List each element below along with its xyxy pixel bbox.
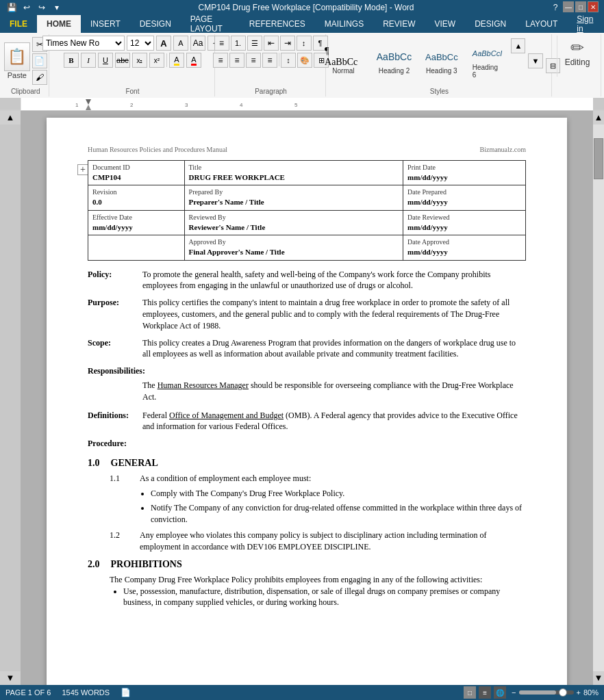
zoom-level: 80% [583, 688, 599, 697]
section-1-1-row: 1.1 As a condition of employment each em… [110, 473, 526, 484]
subscript-button[interactable]: x₂ [132, 53, 147, 68]
main-area: ▲ ▼ Human Resources Policies and Procedu… [0, 111, 604, 685]
superscript-button[interactable]: x² [149, 53, 164, 68]
effective-date-label: Effective Date [92, 213, 180, 222]
zoom-out-button[interactable]: − [512, 688, 516, 697]
multilevel-button[interactable]: ☰ [247, 36, 262, 51]
tab-mailings[interactable]: MAILINGS [315, 15, 373, 33]
read-mode-button[interactable]: ≡ [479, 686, 491, 699]
scroll-right-down-button[interactable]: ▼ [593, 671, 604, 685]
paste-button[interactable]: 📋 Paste [4, 42, 30, 79]
tab-file[interactable]: FILE [0, 15, 37, 33]
scroll-down-button[interactable]: ▼ [0, 671, 21, 685]
svg-text:4: 4 [240, 102, 243, 108]
styles-scroll-down[interactable]: ▼ [528, 53, 542, 68]
date-reviewed-label: Date Reviewed [407, 213, 521, 222]
web-layout-button[interactable]: 🌐 [494, 686, 506, 699]
line-spacing-button[interactable]: ↕ [281, 53, 296, 68]
clear-format-button[interactable]: Aa [190, 36, 205, 51]
scrollbar-thumb[interactable] [594, 138, 603, 179]
minimize-button[interactable]: — [563, 1, 574, 12]
ruler: 1 2 3 4 5 [0, 98, 604, 110]
undo-icon[interactable]: ↩ [21, 1, 33, 14]
decrease-font-button[interactable]: A [173, 36, 188, 51]
date-prepared-cell: Date Prepared mm/dd/yyyy [403, 185, 526, 210]
tab-insert[interactable]: INSERT [81, 15, 130, 33]
help-icon[interactable]: ? [549, 1, 562, 14]
bullets-button[interactable]: ≡ [214, 36, 229, 51]
style-heading2[interactable]: AaBbCc Heading 2 [371, 44, 417, 77]
purpose-label: Purpose: [88, 297, 142, 331]
style-heading3[interactable]: AaBbCc Heading 3 [420, 44, 464, 77]
font-color-button[interactable]: A [186, 53, 201, 68]
scrollbar-track[interactable] [593, 125, 604, 671]
scroll-right[interactable]: ▲ ▼ [593, 111, 604, 685]
policy-section: Policy: To promote the general health, s… [88, 269, 526, 292]
style-normal[interactable]: ¶ AaBbCc Normal [318, 44, 368, 77]
divider1 [166, 53, 167, 67]
scope-content: This policy creates a Drug Awareness Pro… [142, 337, 526, 361]
svg-text:2: 2 [130, 102, 134, 108]
paste-icon: 📋 [4, 42, 30, 71]
content-area[interactable]: Human Resources Policies and Procedures … [21, 111, 593, 685]
font-name-select[interactable]: Times New Ro [42, 36, 125, 51]
section-1-1-text: As a condition of employment each employ… [140, 473, 526, 484]
section-1-1: 1.1 As a condition of employment each em… [110, 473, 526, 526]
sign-in-link[interactable]: Sign in [567, 15, 604, 33]
revision-label: Revision [92, 187, 180, 197]
hr-manager-link: Human Resources Manager [158, 380, 249, 390]
section-1-2-row: 1.2 Any employee who violates this compa… [110, 530, 526, 553]
zoom-in-button[interactable]: + [577, 688, 581, 697]
style-heading6[interactable]: AaBbCcI Heading 6 [466, 40, 509, 81]
ribbon-content: 📋 Paste ✂ 📄 🖌 Clipboard Times New Ro [0, 33, 604, 98]
highlight-button[interactable]: A [169, 53, 184, 68]
reviewed-by-cell: Reviewed By Reviewer's Name / Title [184, 210, 403, 235]
zoom-thumb[interactable] [559, 688, 567, 697]
table-add-button[interactable]: + [77, 164, 88, 175]
font-row2: B I U abc x₂ x² A A [64, 53, 201, 68]
redo-icon[interactable]: ↪ [36, 1, 48, 14]
save-icon[interactable]: 💾 [5, 1, 18, 14]
scroll-right-up-button[interactable]: ▲ [593, 111, 604, 125]
document-page: Human Resources Policies and Procedures … [47, 118, 567, 685]
print-layout-button[interactable]: □ [464, 686, 476, 699]
tab-design[interactable]: DESIGN [130, 15, 181, 33]
align-left-button[interactable]: ≡ [213, 53, 228, 68]
procedure-heading: Procedure: [88, 438, 526, 450]
tab-page-layout[interactable]: PAGE LAYOUT [181, 15, 240, 33]
increase-indent-button[interactable]: ⇥ [280, 36, 295, 51]
svg-text:3: 3 [185, 102, 188, 108]
ribbon: FILE HOME INSERT DESIGN PAGE LAYOUT REFE… [0, 15, 604, 111]
font-size-select[interactable]: 12 [127, 36, 154, 51]
maximize-button[interactable]: □ [575, 1, 586, 12]
policy-label: Policy: [88, 269, 142, 292]
bold-button[interactable]: B [64, 53, 79, 68]
strikethrough-button[interactable]: abc [115, 53, 130, 68]
close-button[interactable]: ✕ [588, 1, 599, 12]
sort-button[interactable]: ↕ [297, 36, 312, 51]
italic-button[interactable]: I [81, 53, 96, 68]
increase-font-button[interactable]: A [156, 36, 171, 51]
decrease-indent-button[interactable]: ⇤ [264, 36, 279, 51]
align-center-button[interactable]: ≡ [229, 53, 244, 68]
tab-review[interactable]: REVIEW [373, 15, 425, 33]
zoom-controls: − + 80% [512, 688, 599, 697]
print-date-value: mm/dd/yyyy [407, 172, 521, 183]
numbering-button[interactable]: 1. [231, 36, 246, 51]
styles-scroll-up[interactable]: ▲ [511, 38, 525, 53]
zoom-slider[interactable] [519, 690, 574, 695]
table-row-1: Document ID CMP104 Title DRUG FREE WORKP… [88, 161, 526, 185]
tab-home[interactable]: HOME [37, 15, 81, 33]
underline-button[interactable]: U [98, 53, 113, 68]
tab-design2[interactable]: DESIGN [465, 15, 516, 33]
tab-view[interactable]: VIEW [425, 15, 466, 33]
shading-button[interactable]: 🎨 [297, 53, 312, 68]
section-2-bullets: Use, possession, manufacture, distributi… [123, 586, 526, 609]
font-group: Times New Ro 12 A A Aa ✦ B I U abc x₂ [51, 34, 216, 96]
scroll-up-button[interactable]: ▲ [0, 111, 21, 125]
justify-button[interactable]: ≡ [262, 53, 277, 68]
align-right-button[interactable]: ≡ [246, 53, 261, 68]
customize-icon[interactable]: ▾ [51, 1, 63, 14]
tab-layout[interactable]: LAYOUT [516, 15, 567, 33]
tab-references[interactable]: REFERENCES [240, 15, 315, 33]
